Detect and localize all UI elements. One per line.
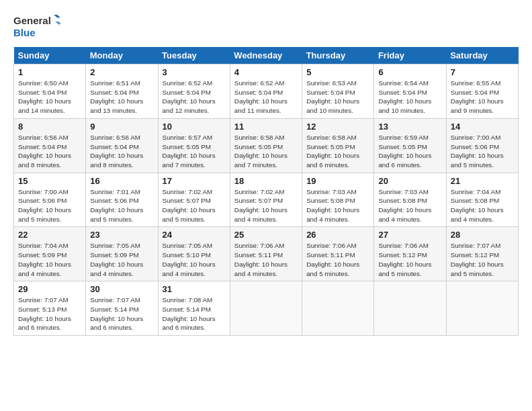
day-number: 5 bbox=[306, 67, 369, 77]
day-cell: 9 Sunrise: 6:56 AMSunset: 5:04 PMDayligh… bbox=[86, 118, 158, 173]
day-number: 24 bbox=[163, 230, 226, 240]
day-info: Sunrise: 7:02 AMSunset: 5:07 PMDaylight:… bbox=[234, 188, 287, 223]
day-cell: 27 Sunrise: 7:06 AMSunset: 5:12 PMDaylig… bbox=[374, 227, 446, 281]
day-info: Sunrise: 6:57 AMSunset: 5:05 PMDaylight:… bbox=[163, 134, 216, 169]
day-info: Sunrise: 7:07 AMSunset: 5:14 PMDaylight:… bbox=[90, 296, 143, 331]
day-number: 21 bbox=[451, 176, 514, 186]
day-info: Sunrise: 6:56 AMSunset: 5:04 PMDaylight:… bbox=[18, 134, 71, 169]
day-cell: 31 Sunrise: 7:08 AMSunset: 5:14 PMDaylig… bbox=[158, 281, 230, 336]
day-cell bbox=[446, 281, 518, 336]
header: General Blue bbox=[13, 12, 519, 40]
week-row-3: 15 Sunrise: 7:00 AMSunset: 5:06 PMDaylig… bbox=[14, 173, 519, 227]
col-header-thursday: Thursday bbox=[302, 47, 374, 64]
day-number: 27 bbox=[378, 230, 441, 240]
week-row-4: 22 Sunrise: 7:04 AMSunset: 5:09 PMDaylig… bbox=[14, 227, 519, 281]
svg-text:Blue: Blue bbox=[13, 27, 36, 38]
day-cell: 10 Sunrise: 6:57 AMSunset: 5:05 PMDaylig… bbox=[158, 118, 230, 173]
day-cell: 7 Sunrise: 6:55 AMSunset: 5:04 PMDayligh… bbox=[446, 64, 518, 119]
day-number: 20 bbox=[378, 176, 441, 186]
day-info: Sunrise: 7:08 AMSunset: 5:14 PMDaylight:… bbox=[163, 296, 216, 331]
day-info: Sunrise: 6:58 AMSunset: 5:05 PMDaylight:… bbox=[234, 134, 287, 169]
day-number: 25 bbox=[234, 230, 298, 240]
day-info: Sunrise: 6:58 AMSunset: 5:05 PMDaylight:… bbox=[306, 134, 359, 169]
day-cell: 6 Sunrise: 6:54 AMSunset: 5:04 PMDayligh… bbox=[374, 64, 446, 119]
day-number: 6 bbox=[378, 67, 441, 77]
week-row-1: 1 Sunrise: 6:50 AMSunset: 5:04 PMDayligh… bbox=[14, 64, 519, 119]
day-number: 11 bbox=[234, 122, 298, 132]
col-header-friday: Friday bbox=[374, 47, 446, 64]
calendar-page: General Blue SundayMondayTuesdayWednesda… bbox=[0, 0, 532, 411]
day-info: Sunrise: 6:54 AMSunset: 5:04 PMDaylight:… bbox=[378, 79, 431, 114]
day-cell: 2 Sunrise: 6:51 AMSunset: 5:04 PMDayligh… bbox=[86, 64, 158, 119]
day-info: Sunrise: 6:51 AMSunset: 5:04 PMDaylight:… bbox=[90, 79, 143, 114]
day-cell: 26 Sunrise: 7:06 AMSunset: 5:11 PMDaylig… bbox=[302, 227, 374, 281]
day-number: 9 bbox=[90, 122, 153, 132]
day-cell: 11 Sunrise: 6:58 AMSunset: 5:05 PMDaylig… bbox=[230, 118, 302, 173]
day-number: 15 bbox=[18, 176, 81, 186]
day-info: Sunrise: 7:04 AMSunset: 5:09 PMDaylight:… bbox=[18, 242, 71, 277]
day-info: Sunrise: 6:56 AMSunset: 5:04 PMDaylight:… bbox=[90, 134, 143, 169]
day-cell: 19 Sunrise: 7:03 AMSunset: 5:08 PMDaylig… bbox=[302, 173, 374, 227]
day-number: 18 bbox=[234, 176, 298, 186]
day-number: 8 bbox=[18, 122, 81, 132]
day-number: 23 bbox=[90, 230, 153, 240]
logo: General Blue bbox=[13, 12, 60, 40]
week-row-2: 8 Sunrise: 6:56 AMSunset: 5:04 PMDayligh… bbox=[14, 118, 519, 173]
day-info: Sunrise: 7:00 AMSunset: 5:06 PMDaylight:… bbox=[451, 134, 504, 169]
day-cell: 1 Sunrise: 6:50 AMSunset: 5:04 PMDayligh… bbox=[14, 64, 86, 119]
col-header-tuesday: Tuesday bbox=[158, 47, 230, 64]
day-number: 13 bbox=[378, 122, 441, 132]
col-header-sunday: Sunday bbox=[14, 47, 86, 64]
day-number: 16 bbox=[90, 176, 153, 186]
svg-marker-2 bbox=[54, 15, 60, 20]
day-cell: 12 Sunrise: 6:58 AMSunset: 5:05 PMDaylig… bbox=[302, 118, 374, 173]
day-cell: 21 Sunrise: 7:04 AMSunset: 5:08 PMDaylig… bbox=[446, 173, 518, 227]
day-cell: 30 Sunrise: 7:07 AMSunset: 5:14 PMDaylig… bbox=[86, 281, 158, 336]
calendar-table: SundayMondayTuesdayWednesdayThursdayFrid… bbox=[13, 47, 519, 336]
day-cell bbox=[230, 281, 302, 336]
day-number: 28 bbox=[451, 230, 514, 240]
day-number: 14 bbox=[451, 122, 514, 132]
svg-text:General: General bbox=[13, 15, 51, 26]
day-cell bbox=[374, 281, 446, 336]
day-cell: 18 Sunrise: 7:02 AMSunset: 5:07 PMDaylig… bbox=[230, 173, 302, 227]
day-info: Sunrise: 7:06 AMSunset: 5:11 PMDaylight:… bbox=[306, 242, 359, 277]
day-cell: 25 Sunrise: 7:06 AMSunset: 5:11 PMDaylig… bbox=[230, 227, 302, 281]
day-cell: 4 Sunrise: 6:52 AMSunset: 5:04 PMDayligh… bbox=[230, 64, 302, 119]
day-number: 7 bbox=[451, 67, 514, 77]
day-number: 31 bbox=[163, 284, 226, 294]
day-info: Sunrise: 6:52 AMSunset: 5:04 PMDaylight:… bbox=[163, 79, 216, 114]
day-number: 19 bbox=[306, 176, 369, 186]
day-number: 4 bbox=[234, 67, 298, 77]
day-cell: 5 Sunrise: 6:53 AMSunset: 5:04 PMDayligh… bbox=[302, 64, 374, 119]
day-info: Sunrise: 7:07 AMSunset: 5:13 PMDaylight:… bbox=[18, 296, 71, 331]
day-cell: 14 Sunrise: 7:00 AMSunset: 5:06 PMDaylig… bbox=[446, 118, 518, 173]
day-cell: 22 Sunrise: 7:04 AMSunset: 5:09 PMDaylig… bbox=[14, 227, 86, 281]
day-cell: 15 Sunrise: 7:00 AMSunset: 5:06 PMDaylig… bbox=[14, 173, 86, 227]
day-info: Sunrise: 6:59 AMSunset: 5:05 PMDaylight:… bbox=[378, 134, 431, 169]
day-info: Sunrise: 7:06 AMSunset: 5:12 PMDaylight:… bbox=[378, 242, 431, 277]
week-row-5: 29 Sunrise: 7:07 AMSunset: 5:13 PMDaylig… bbox=[14, 281, 519, 336]
day-info: Sunrise: 6:50 AMSunset: 5:04 PMDaylight:… bbox=[18, 79, 71, 114]
day-cell: 23 Sunrise: 7:05 AMSunset: 5:09 PMDaylig… bbox=[86, 227, 158, 281]
day-cell: 28 Sunrise: 7:07 AMSunset: 5:12 PMDaylig… bbox=[446, 227, 518, 281]
day-number: 29 bbox=[18, 284, 81, 294]
day-cell: 13 Sunrise: 6:59 AMSunset: 5:05 PMDaylig… bbox=[374, 118, 446, 173]
day-number: 1 bbox=[18, 67, 81, 77]
svg-marker-3 bbox=[55, 21, 60, 27]
day-info: Sunrise: 6:53 AMSunset: 5:04 PMDaylight:… bbox=[306, 79, 359, 114]
col-header-saturday: Saturday bbox=[446, 47, 518, 64]
day-info: Sunrise: 7:07 AMSunset: 5:12 PMDaylight:… bbox=[451, 242, 504, 277]
day-number: 12 bbox=[306, 122, 369, 132]
day-info: Sunrise: 6:55 AMSunset: 5:04 PMDaylight:… bbox=[451, 79, 504, 114]
day-number: 30 bbox=[90, 284, 153, 294]
day-number: 22 bbox=[18, 230, 81, 240]
day-cell: 29 Sunrise: 7:07 AMSunset: 5:13 PMDaylig… bbox=[14, 281, 86, 336]
day-cell: 3 Sunrise: 6:52 AMSunset: 5:04 PMDayligh… bbox=[158, 64, 230, 119]
day-cell: 20 Sunrise: 7:03 AMSunset: 5:08 PMDaylig… bbox=[374, 173, 446, 227]
day-info: Sunrise: 7:05 AMSunset: 5:09 PMDaylight:… bbox=[90, 242, 143, 277]
day-info: Sunrise: 7:03 AMSunset: 5:08 PMDaylight:… bbox=[378, 188, 431, 223]
day-info: Sunrise: 7:04 AMSunset: 5:08 PMDaylight:… bbox=[451, 188, 504, 223]
day-info: Sunrise: 7:02 AMSunset: 5:07 PMDaylight:… bbox=[163, 188, 216, 223]
col-header-wednesday: Wednesday bbox=[230, 47, 302, 64]
